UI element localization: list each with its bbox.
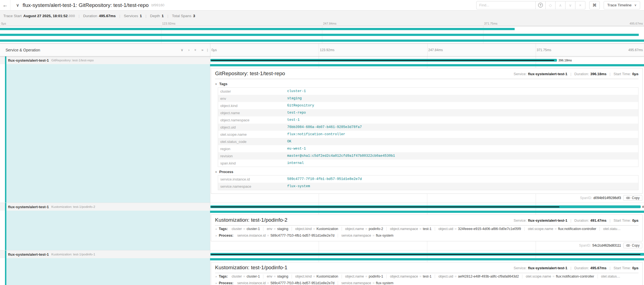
close-icon: ×	[579, 3, 581, 7]
span-name-row[interactable]: flux-system/alert-test-1 GitRepository: …	[0, 56, 644, 64]
detail-operation-title: GitRepository: test-1/test-repo	[215, 70, 285, 77]
span-bar-cell: 396.18ms	[210, 56, 644, 64]
timeline-tick-label: 123.92ms	[162, 22, 176, 25]
services-value: 1	[140, 14, 142, 18]
command-icon: ⌘	[592, 3, 596, 8]
span-duration-bar[interactable]	[210, 253, 644, 256]
chevron-right-icon: ›	[216, 281, 217, 285]
key-value-row: span.kindinternal	[218, 160, 638, 167]
summary-item: object.namespace=test-1	[387, 274, 435, 278]
minimap-span-bar	[0, 40, 644, 42]
detail-highlight-panel	[6, 211, 210, 250]
copy-span-id-button[interactable]: Copy	[623, 195, 642, 201]
span-table-header: Service & Operation ∨ › » » ∥ 0μs123.92m…	[0, 44, 644, 56]
detail-card-header[interactable]: GitRepository: test-1/test-repo Service:…	[215, 70, 638, 79]
keyboard-shortcuts-button[interactable]: ⌘	[589, 1, 600, 9]
span-block: flux-system/alert-test-1 Kustomization: …	[0, 250, 644, 285]
process-section-title: Process	[219, 170, 233, 174]
detail-accent-bar	[210, 64, 644, 66]
collapse-one-icon[interactable]: ∨	[181, 48, 184, 52]
find-help-button[interactable]: ?	[536, 1, 546, 9]
process-summary-row[interactable]: › Process: service.instance.id=589c4777-…	[215, 232, 638, 239]
minimap-ruler: 0μs123.92ms247.84ms371.75ms495.67ms	[0, 21, 644, 26]
timeline-tick-label: 123.92ms	[320, 48, 334, 52]
trace-view-selector[interactable]: Trace Timeline ∨	[604, 1, 640, 9]
tags-section: ∨ Tags clustercluster-1envstagingobject.…	[215, 81, 638, 167]
key-value-row: service.instance.id589c4777-7f10-4fb1-bd…	[218, 176, 638, 183]
service-value: flux-system/alert-test-1	[528, 218, 567, 223]
find-prev-button[interactable]: ∧	[556, 1, 566, 9]
trace-start-ms: .000	[68, 14, 75, 18]
detail-highlight-panel	[6, 258, 210, 285]
separator: |	[167, 14, 168, 18]
depth-value: 1	[162, 14, 164, 18]
column-resize-grip[interactable]: ∥	[207, 48, 208, 52]
detail-card-header[interactable]: Kustomization: test-1/podinfo-1 Service:…	[215, 264, 638, 273]
process-section-header[interactable]: ∨ Process	[215, 169, 638, 175]
process-table: service.instance.id589c4777-7f10-4fb1-bd…	[218, 175, 638, 190]
tags-summary-row[interactable]: › Tags: cluster=cluster-1env=stagingobje…	[215, 273, 638, 280]
tags-table: clustercluster-1envstagingobject.kindGit…	[218, 87, 638, 167]
summary-item: object.kind=Kustomization	[292, 274, 342, 278]
minimap-canvas[interactable]	[0, 26, 644, 44]
tags-section-header[interactable]: ∨ Tags	[215, 81, 638, 87]
find-clear-button[interactable]: ×	[575, 1, 585, 9]
expand-all-icon[interactable]: »	[201, 48, 203, 52]
detail-content-column: Kustomization: test-1/podinfo-2 Service:…	[210, 211, 644, 250]
copy-button-label: Copy	[632, 244, 640, 247]
page-header: ← ∨ flux-system/alert-test-1: GitReposit…	[0, 0, 644, 11]
span-block: flux-system/alert-test-1 GitRepository: …	[0, 56, 644, 203]
process-summary-items: service.instance.id=589c4777-7f10-4fb1-b…	[234, 281, 397, 285]
span-id-footer: SpanID: d094b914f9286df3 Copy	[210, 195, 642, 201]
trace-id-short: bf99160	[151, 3, 164, 7]
detail-meta: Service: flux-system/alert-test-1 | Dura…	[514, 72, 638, 76]
process-summary-row[interactable]: › Process: service.instance.id=589c4777-…	[215, 280, 638, 285]
tags-summary-row[interactable]: › Tags: cluster=cluster-1env=stagingobje…	[215, 226, 638, 232]
detail-card-header[interactable]: Kustomization: test-1/podinfo-2 Service:…	[215, 216, 638, 226]
collapse-controls: ∨ › » »	[181, 48, 210, 52]
detail-gutter	[0, 64, 5, 203]
summary-item: cluster=cluster-1	[228, 274, 263, 278]
trace-summary-bar: Trace Start August 27 2025, 18:01:52 .00…	[0, 11, 644, 21]
back-button[interactable]: ←	[0, 0, 11, 10]
chevron-up-icon: ∧	[559, 3, 562, 7]
detail-operation-title: Kustomization: test-1/podinfo-1	[215, 265, 287, 271]
gridline	[319, 44, 319, 56]
start-time-value: 0μs	[632, 218, 638, 223]
trace-start-value: August 27 2025, 18:01:52	[23, 14, 68, 18]
detail-content-column: Kustomization: test-1/podinfo-1 Service:…	[210, 258, 644, 285]
separator: |	[119, 14, 121, 18]
span-duration-bar[interactable]	[210, 205, 641, 208]
span-duration-label: 491.47ms	[642, 205, 644, 208]
span-operation-name: Kustomization: test-1/podinfo-2	[51, 205, 95, 208]
find-next-button[interactable]: ∨	[566, 1, 575, 9]
find-range-button[interactable]: ◇	[546, 1, 556, 9]
span-name-row[interactable]: flux-system/alert-test-1 Kustomization: …	[0, 203, 644, 211]
tags-summary-items: cluster=cluster-1env=stagingobject.kind=…	[228, 227, 624, 231]
span-name-row[interactable]: flux-system/alert-test-1 Kustomization: …	[0, 250, 644, 258]
critical-path-stripe	[211, 206, 559, 207]
timeline-tick-label: 495.67ms	[628, 48, 643, 52]
summary-item: otel.scope.name=flux:notification-contro…	[525, 227, 600, 231]
span-service-name: flux-system/alert-test-1	[8, 58, 49, 62]
detail-content-column: GitRepository: test-1/test-repo Service:…	[210, 64, 644, 203]
expand-one-icon[interactable]: ›	[188, 48, 189, 52]
key-value-row: regioneu-west-1	[218, 145, 638, 152]
timeline-tick-label: 371.75ms	[484, 22, 498, 25]
timeline-ruler: 0μs123.92ms247.84ms371.75ms495.67ms	[210, 44, 644, 56]
key-value-row: service.namespaceflux-system	[218, 183, 638, 190]
detail-left-column	[0, 211, 210, 250]
trace-title: flux-system/alert-test-1: GitRepository:…	[23, 2, 149, 8]
duration-label: Duration:	[574, 266, 589, 270]
span-service-name: flux-system/alert-test-1	[8, 252, 49, 257]
critical-path-stripe	[211, 60, 554, 61]
span-duration-bar[interactable]	[210, 59, 557, 62]
key-value-row: object.kindGitRepository	[218, 102, 638, 109]
copy-span-id-button[interactable]: Copy	[623, 243, 642, 248]
find-input[interactable]	[476, 1, 536, 9]
collapse-all-icon[interactable]: »	[193, 49, 198, 51]
separator: |	[609, 72, 610, 76]
collapse-header-icon[interactable]: ∨	[16, 2, 19, 8]
summary-item: otel.scope.name=flux:notification-contro…	[522, 274, 598, 278]
detail-operation-title: Kustomization: test-1/podinfo-2	[215, 217, 287, 223]
